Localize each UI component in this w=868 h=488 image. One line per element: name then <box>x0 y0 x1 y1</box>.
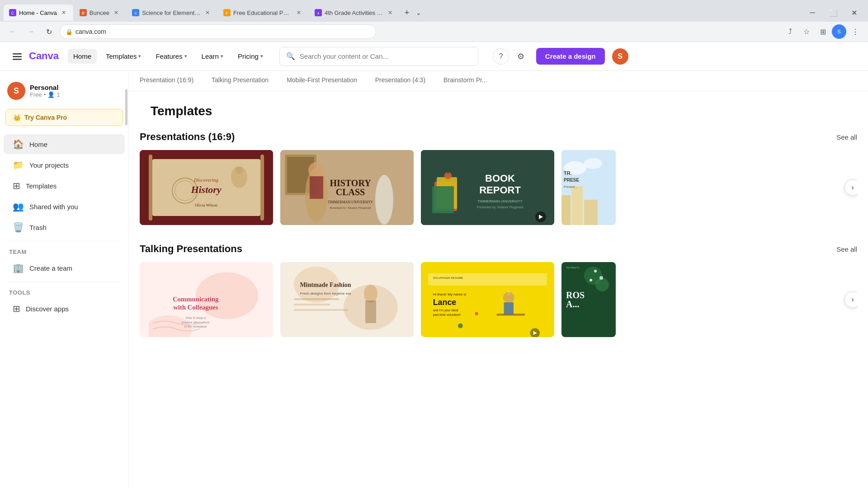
apps-icon: ⊞ <box>13 303 20 314</box>
see-all-talking[interactable]: See all <box>836 245 857 253</box>
forward-button[interactable]: → <box>24 24 38 39</box>
sidebar-item-shared[interactable]: 👥 Shared with you <box>4 197 125 216</box>
new-tab-button[interactable]: + <box>401 6 413 19</box>
sidebar: S Personal Free • 👤 1 👑 Try Canva Pro <box>0 71 129 488</box>
minimize-button[interactable]: ─ <box>802 5 823 20</box>
tab2-close[interactable]: ✕ <box>112 9 120 17</box>
sidebar-item-trash[interactable]: 🗑️ Trash <box>4 217 125 237</box>
crown-icon: 👑 <box>13 114 21 121</box>
user-icon: 👤 <box>47 91 55 98</box>
svg-text:Communicating: Communicating <box>173 296 219 303</box>
svg-rect-71 <box>294 304 330 305</box>
main-layout: S Personal Free • 👤 1 👑 Try Canva Pro <box>0 71 868 488</box>
type-mobile-first[interactable]: Mobile-First Presentation <box>287 76 357 85</box>
svg-rect-85 <box>504 302 514 314</box>
lock-icon: 🔒 <box>66 28 73 35</box>
svg-rect-12 <box>13 53 22 55</box>
svg-text:REPORT: REPORT <box>479 184 521 196</box>
svg-text:Top-Rated Fr...: Top-Rated Fr... <box>566 266 581 269</box>
bookmark-button[interactable]: ☆ <box>799 24 814 39</box>
svg-text:positive atmosphere: positive atmosphere <box>182 321 210 324</box>
talking-next-arrow[interactable]: › <box>844 291 857 308</box>
hamburger-menu[interactable] <box>9 48 25 65</box>
svg-rect-72 <box>294 309 348 311</box>
tab-overflow-button[interactable]: ⌄ <box>414 7 423 18</box>
nav-pricing[interactable]: Pricing ▾ <box>232 49 269 64</box>
svg-point-52 <box>584 158 602 169</box>
search-bar[interactable]: 🔍 <box>279 47 478 66</box>
help-button[interactable]: ? <box>493 48 509 65</box>
user-avatar-nav[interactable]: S <box>612 48 628 65</box>
sidebar-user-avatar[interactable]: S <box>7 82 25 100</box>
back-button[interactable]: ← <box>5 24 20 39</box>
sidebar-item-templates[interactable]: ⊞ Templates <box>4 176 125 196</box>
nav-templates[interactable]: Templates ▾ <box>100 49 146 64</box>
sidebar-nav: 🏠 Home 📁 Your projects ⊞ Templates 👥 Sha… <box>0 130 128 323</box>
type-4-3[interactable]: Presentation (4:3) <box>375 76 425 85</box>
type-talking[interactable]: Talking Presentation <box>212 76 269 85</box>
tab5-close[interactable]: ✕ <box>386 9 394 17</box>
tab-powerpoint[interactable]: F Free Educational PowerPo... ✕ <box>218 5 308 21</box>
svg-point-82 <box>458 324 463 328</box>
sidebar-divider <box>7 241 121 241</box>
nav-features[interactable]: Features ▾ <box>150 49 192 64</box>
browser-profile-button[interactable]: S <box>832 24 846 39</box>
template-card-mintmade[interactable]: Mintmade Fashion Fresh designs from hygi… <box>280 262 414 337</box>
svg-point-97 <box>599 276 603 280</box>
browser-menu-button[interactable]: ⋮ <box>848 24 863 39</box>
sidebar-item-home[interactable]: 🏠 Home <box>4 134 125 154</box>
svg-text:S: S <box>837 29 840 34</box>
see-all-presentations[interactable]: See all <box>836 133 857 141</box>
type-brainstorm[interactable]: Brainstorm Pr... <box>443 76 487 85</box>
settings-button[interactable]: ⚙ <box>513 48 529 65</box>
tab4-close[interactable]: ✕ <box>295 9 303 17</box>
svg-point-96 <box>594 270 597 272</box>
template-card-history-class[interactable]: HISTORY CLASS TIMMERMAN UNIVERSITY Prese… <box>280 150 414 225</box>
tab-canva[interactable]: C Home - Canva ✕ <box>4 5 73 21</box>
svg-rect-13 <box>13 56 22 57</box>
svg-text:Discovering: Discovering <box>193 177 218 183</box>
nav-learn[interactable]: Learn ▾ <box>196 49 229 64</box>
template-card-history[interactable]: Discovering History Olivia Wilson <box>140 150 273 225</box>
sidebar-scrollbar[interactable] <box>125 89 127 125</box>
trash-icon: 🗑️ <box>13 222 24 233</box>
template-card-comm[interactable]: Communicating with Colleagues How to kee… <box>140 262 273 337</box>
close-window-button[interactable]: ✕ <box>844 5 864 20</box>
template-card-lance[interactable]: VOLUNTEER RESUME <box>421 262 554 337</box>
tab-4th-grade[interactable]: 4 4th Grade Activities | Tea... ✕ <box>309 5 400 21</box>
svg-point-84 <box>503 292 514 303</box>
template-card-partial-2[interactable]: Top-Rated Fr... ROS A... <box>561 262 616 337</box>
template-card-book-report[interactable]: BOOK REPORT TIMMERMAN UNIVERSITY Present… <box>421 150 554 225</box>
svg-text:and I'm your ideal: and I'm your ideal <box>433 309 458 312</box>
content-scroll: Templates Presentations (16:9) See all <box>129 91 868 355</box>
tab1-close[interactable]: ✕ <box>60 9 68 17</box>
presentations-next-arrow[interactable]: › <box>844 179 857 196</box>
create-team-icon: 🏢 <box>13 263 24 273</box>
type-16-9[interactable]: Presentation (16:9) <box>140 76 193 85</box>
sidebar-item-projects[interactable]: 📁 Your projects <box>4 155 125 175</box>
svg-point-73 <box>364 285 377 303</box>
svg-text:CLASS: CLASS <box>336 187 365 197</box>
try-canva-pro-button[interactable]: 👑 Try Canva Pro <box>5 109 123 126</box>
svg-text:PRESE: PRESE <box>564 178 579 183</box>
template-card-partial[interactable]: TR. PRESE Present... <box>561 150 616 225</box>
svg-rect-32 <box>310 176 323 199</box>
share-page-button[interactable]: ⤴ <box>783 24 797 39</box>
split-view-button[interactable]: ⊞ <box>816 24 830 39</box>
url-bar[interactable]: 🔒 canva.com <box>60 24 376 39</box>
tab-science[interactable]: S Science for Elementary: R... ✕ <box>127 5 217 21</box>
sidebar-item-create-team[interactable]: 🏢 Create a team <box>4 258 125 278</box>
search-input[interactable] <box>300 52 472 60</box>
tab-buncee[interactable]: B Buncee ✕ <box>74 5 126 21</box>
nav-home[interactable]: Home <box>68 49 97 64</box>
svg-text:Presented by: Eleanor Fitzgera: Presented by: Eleanor Fitzgerald <box>477 206 523 209</box>
canva-logo[interactable]: Canva <box>29 49 61 64</box>
sidebar-item-discover-apps[interactable]: ⊞ Discover apps <box>4 299 125 319</box>
svg-text:part-time volunteer!: part-time volunteer! <box>433 313 461 317</box>
create-design-button[interactable]: Create a design <box>536 48 605 65</box>
svg-text:Hi there! My name is: Hi there! My name is <box>433 292 466 296</box>
maximize-button[interactable]: ⬜ <box>823 5 844 20</box>
tab3-close[interactable]: ✕ <box>203 9 212 17</box>
refresh-button[interactable]: ↻ <box>42 24 56 39</box>
user-details: Personal Free • 👤 1 <box>30 84 60 98</box>
